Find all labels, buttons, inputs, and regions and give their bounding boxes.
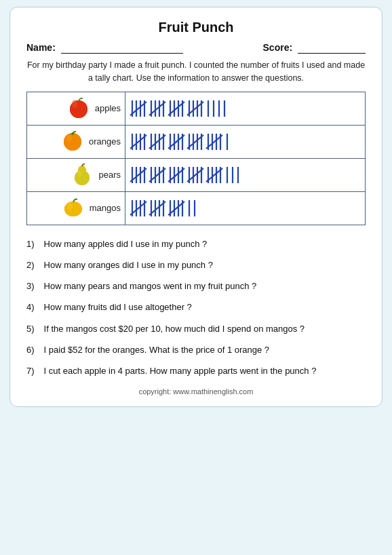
question-item: 6) I paid $52 for the oranges. What is t… [26, 341, 366, 359]
pears-icon [70, 161, 94, 189]
question-text: I paid $52 for the oranges. What is the … [41, 345, 269, 355]
score-label: Score: [263, 42, 366, 54]
question-item: 7) I cut each apple in 4 parts. How many… [26, 362, 366, 380]
svg-point-91 [64, 202, 82, 216]
question-number: 4) [26, 298, 41, 316]
page: Fruit Punch Name: Score: For my birthday… [9, 7, 383, 407]
tally-marks-oranges [125, 125, 366, 158]
question-text: How many apples did I use in my punch ? [41, 239, 207, 249]
svg-point-29 [66, 135, 72, 142]
question-text: How many pears and mangos went in my fru… [41, 281, 256, 291]
question-item: 5) If the mangos cost $20 per 10, how mu… [26, 320, 366, 338]
tally-chart: apples oranges [26, 92, 366, 225]
apples-label: apples [95, 103, 121, 113]
oranges-icon [60, 128, 85, 155]
question-item: 4) How many fruits did I use altogether … [26, 298, 366, 316]
fruit-cell-oranges: oranges [27, 125, 125, 158]
oranges-label: oranges [89, 136, 121, 147]
question-number: 2) [26, 256, 41, 274]
question-text: I cut each apple in 4 parts. How many ap… [41, 366, 316, 376]
questions-list: 1) How many apples did I use in my punch… [26, 235, 366, 381]
tally-row-oranges: oranges [27, 125, 366, 158]
questions-section: 1) How many apples did I use in my punch… [26, 235, 366, 381]
question-number: 6) [26, 341, 41, 359]
page-title: Fruit Punch [26, 20, 366, 35]
tally-marks-mangos [125, 191, 366, 225]
mangos-label: mangos [90, 203, 121, 213]
fruit-cell-apples: apples [27, 92, 125, 125]
question-number: 3) [26, 277, 41, 295]
name-score-row: Name: Score: [26, 42, 366, 54]
mangos-icon [61, 195, 85, 222]
question-item: 1) How many apples did I use in my punch… [26, 235, 366, 253]
tally-marks-apples [125, 92, 366, 125]
svg-point-30 [71, 132, 74, 134]
svg-point-28 [64, 133, 81, 151]
fruit-cell-pears: pears [27, 158, 125, 191]
question-item: 3) How many pears and mangos went in my … [26, 277, 366, 295]
tally-row-pears: pears [27, 158, 366, 191]
svg-point-61 [77, 171, 81, 176]
intro-text: For my birthday party I made a fruit pun… [26, 59, 366, 85]
question-number: 1) [26, 235, 41, 253]
copyright: copyright: www.mathinenglish.com [26, 387, 366, 396]
question-text: How many oranges did I use in my punch ? [41, 260, 213, 270]
apples-icon [66, 95, 91, 122]
question-number: 5) [26, 320, 41, 338]
tally-row-mangos: mangos [27, 191, 366, 225]
name-underline [61, 42, 183, 54]
tally-row-apples: apples [27, 92, 366, 125]
svg-point-92 [67, 203, 73, 210]
question-text: How many fruits did I use altogether ? [41, 302, 192, 312]
fruit-cell-mangos: mangos [27, 191, 125, 225]
score-underline [298, 42, 366, 54]
tally-marks-pears [125, 158, 366, 191]
question-item: 2) How many oranges did I use in my punc… [26, 256, 366, 274]
question-text: If the mangos cost $20 per 10, how much … [41, 324, 305, 334]
pears-label: pears [98, 170, 121, 180]
question-number: 7) [26, 362, 41, 380]
name-label: Name: [26, 42, 183, 54]
svg-point-2 [72, 100, 77, 108]
